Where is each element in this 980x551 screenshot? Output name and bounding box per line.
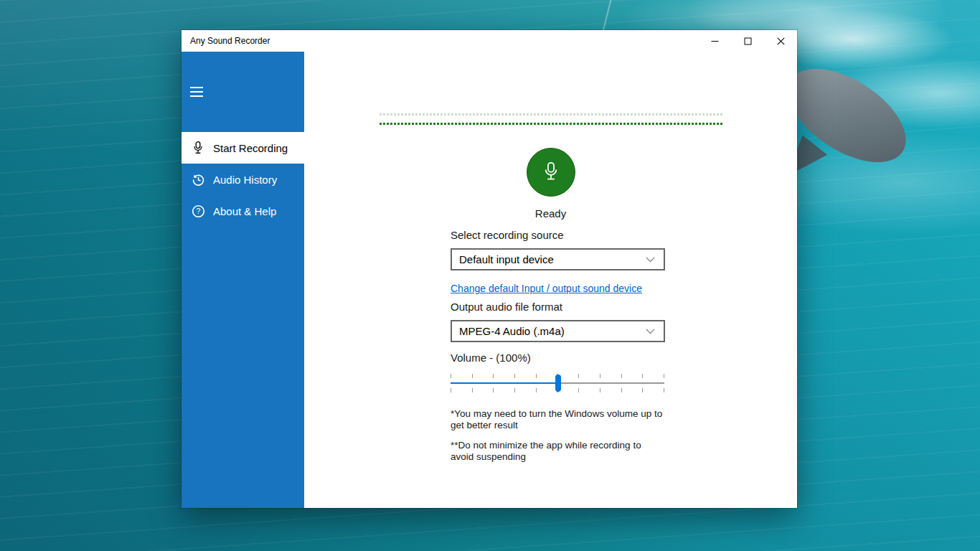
app-window: Any Sound Recorder [182,30,797,508]
svg-text:?: ? [196,207,200,215]
close-button[interactable] [764,30,797,52]
help-icon: ? [191,204,205,218]
minimize-icon [711,37,719,45]
sidebar-item-label: About & Help [213,205,276,217]
volume-slider[interactable] [451,372,664,394]
sidebar-item-about-help[interactable]: ? About & Help [182,195,304,227]
volume-label: Volume - (100%) [451,352,531,364]
recording-source-combobox[interactable]: Default input device [451,248,665,270]
main-content: Ready Select recording source Default in… [304,52,797,508]
chevron-down-icon [646,329,664,334]
note-do-not-minimize: **Do not minimize the app while recordin… [451,440,666,463]
sidebar: Start Recording Audio History ? [182,52,304,508]
waveform-baseline-faint [380,113,724,116]
sidebar-item-label: Start Recording [213,142,288,154]
maximize-button[interactable] [731,30,764,52]
sidebar-item-audio-history[interactable]: Audio History [182,164,304,195]
microphone-icon [191,141,205,155]
recording-source-value: Default input device [452,253,646,265]
microphone-icon [542,161,560,184]
titlebar: Any Sound Recorder [182,30,797,52]
recording-source-label: Select recording source [451,229,564,241]
hamburger-menu-button[interactable] [182,77,216,106]
maximize-icon [744,37,752,45]
waveform-baseline [380,123,724,125]
sidebar-item-label: Audio History [213,174,277,186]
close-icon [777,37,785,45]
sidebar-item-start-recording[interactable]: Start Recording [182,132,304,164]
window-title: Any Sound Recorder [182,36,698,46]
note-windows-volume: *You may need to turn the Windows volume… [451,408,666,431]
output-format-value: MPEG-4 Audio (.m4a) [452,325,646,337]
output-format-combobox[interactable]: MPEG-4 Audio (.m4a) [451,320,665,342]
slider-thumb[interactable] [555,375,561,392]
minimize-button[interactable] [698,30,731,52]
change-default-device-link[interactable]: Change default Input / output sound devi… [451,283,642,294]
sidebar-nav: Start Recording Audio History ? [182,132,304,227]
status-text: Ready [304,207,797,220]
chevron-down-icon [646,257,664,263]
history-icon [191,172,205,187]
record-button[interactable] [527,148,575,197]
hamburger-icon [190,87,203,88]
output-format-label: Output audio file format [451,301,562,313]
